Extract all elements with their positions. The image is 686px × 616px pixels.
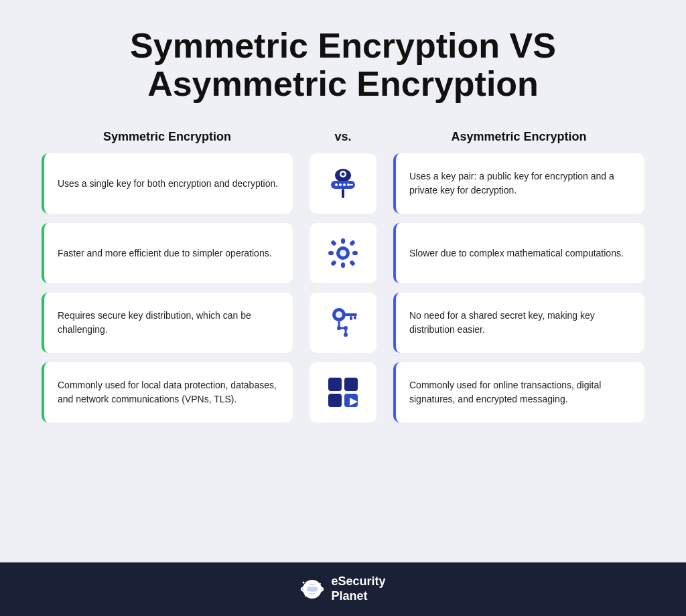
- icon-card-3: [310, 293, 376, 353]
- icon-card-4: [310, 362, 376, 422]
- svg-rect-16: [349, 240, 356, 246]
- svg-point-27: [337, 326, 341, 330]
- svg-point-4: [335, 183, 338, 186]
- password-key-icon: [324, 165, 362, 202]
- apps-icon: [324, 374, 362, 411]
- svg-rect-17: [330, 260, 337, 266]
- middle-icons-col: [306, 153, 380, 422]
- svg-point-5: [339, 183, 342, 186]
- svg-point-38: [303, 582, 305, 584]
- svg-rect-31: [344, 378, 358, 391]
- svg-point-28: [344, 326, 348, 330]
- svg-rect-14: [352, 251, 358, 255]
- svg-rect-11: [341, 238, 345, 244]
- vs-label: vs.: [306, 130, 380, 144]
- right-card-4: Commonly used for online transactions, d…: [393, 362, 644, 422]
- footer-brand-text: eSecurity Planet: [331, 574, 385, 603]
- svg-rect-15: [330, 240, 337, 246]
- right-card-2: Slower due to complex mathematical compu…: [393, 223, 644, 283]
- right-card-1: Uses a key pair: a public key for encryp…: [393, 153, 644, 214]
- left-card-2: Faster and more efficient due to simpler…: [42, 223, 293, 283]
- left-card-3: Requires secure key distribution, which …: [42, 293, 293, 353]
- svg-point-7: [347, 183, 350, 186]
- svg-rect-12: [341, 262, 345, 268]
- svg-rect-8: [350, 184, 353, 185]
- svg-rect-18: [349, 260, 356, 266]
- svg-rect-13: [328, 251, 334, 255]
- main-content: Symmetric Encryption VS Asymmetric Encry…: [0, 0, 686, 562]
- svg-rect-23: [354, 316, 356, 319]
- right-cards: Uses a key pair: a public key for encryp…: [393, 153, 644, 422]
- gear-icon: [324, 234, 362, 272]
- key-circuit-icon: [324, 304, 362, 341]
- left-card-4: Commonly used for local data protection,…: [42, 362, 293, 422]
- footer-logo: eSecurity Planet: [300, 574, 385, 603]
- page-title: Symmetric Encryption VS Asymmetric Encry…: [130, 27, 556, 103]
- svg-rect-21: [344, 313, 357, 316]
- left-col-header: Symmetric Encryption: [42, 130, 293, 144]
- right-card-3: No need for a shared secret key, making …: [393, 293, 644, 353]
- icon-card-1: [310, 153, 376, 214]
- svg-point-6: [343, 183, 346, 186]
- comparison-grid: Symmetric Encryption vs. Asymmetric Encr…: [42, 130, 644, 422]
- right-col-header: Asymmetric Encryption: [393, 130, 644, 144]
- left-card-1: Uses a single key for both encryption an…: [42, 153, 293, 214]
- svg-point-2: [342, 173, 345, 176]
- icon-card-2: [310, 223, 376, 283]
- svg-rect-9: [342, 189, 344, 198]
- footer: eSecurity Planet: [0, 562, 686, 616]
- left-cards: Uses a single key for both encryption an…: [42, 153, 293, 422]
- planet-icon: [300, 577, 324, 601]
- svg-rect-32: [328, 394, 342, 407]
- svg-rect-22: [350, 316, 352, 320]
- svg-point-39: [320, 583, 321, 585]
- svg-rect-30: [328, 378, 342, 391]
- svg-point-29: [344, 333, 348, 337]
- svg-point-40: [305, 595, 306, 597]
- svg-point-20: [336, 311, 342, 318]
- svg-point-10: [340, 250, 346, 256]
